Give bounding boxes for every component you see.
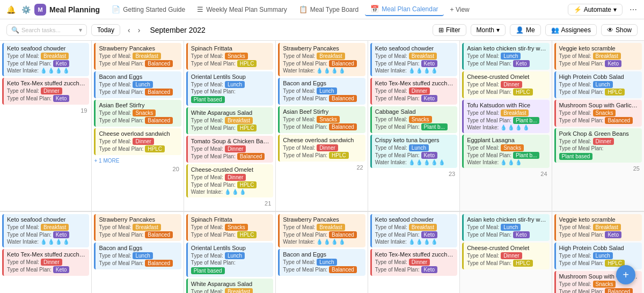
- type-label: Type of Meal:: [467, 110, 499, 116]
- meal-card[interactable]: Oriental Lentils Soup Type of Meal: Lunc…: [186, 243, 273, 277]
- next-arrow-button[interactable]: ›: [135, 25, 144, 35]
- meal-card[interactable]: Keto Tex-Mex stuffed zucchini boat Type …: [2, 78, 89, 105]
- settings-icon[interactable]: ⚙️: [19, 3, 32, 16]
- calendar-day-cell[interactable]: Veggie keto scramble Type of Meal: Break…: [552, 41, 644, 211]
- water-intake: 💧💧💧💧: [40, 68, 69, 74]
- tab-getting-started[interactable]: 📄 Getting Started Guide: [106, 3, 191, 16]
- meal-plan-badge: Keto: [53, 266, 70, 273]
- water-drop-icon: 💧: [423, 159, 430, 165]
- automate-button[interactable]: ⚡ Automate ▾: [568, 4, 623, 16]
- meal-plan-badge: Plant based: [559, 153, 593, 160]
- calendar-day-cell[interactable]: Keto seafood chowder Type of Meal: Break…: [368, 41, 460, 211]
- calendar-day-cell[interactable]: Spinach Frittata Type of Meal: Snacks Ty…: [184, 212, 276, 293]
- meal-card[interactable]: Keto seafood chowder Type of Meal: Break…: [370, 214, 457, 247]
- filter-button[interactable]: ⊞ Filter: [433, 24, 466, 36]
- meal-card[interactable]: Pork Chop & Green Beans Type of Meal: Di…: [554, 128, 642, 163]
- prev-arrow-button[interactable]: ‹: [125, 25, 134, 35]
- meal-card[interactable]: Tofu Katsudon with Rice Type of Meal: Br…: [462, 100, 549, 133]
- month-button[interactable]: Month ▾: [471, 24, 506, 36]
- meal-card[interactable]: White Asparagus Salad Type of Meal: Brea…: [186, 107, 273, 134]
- meal-type-badge: Breakfast: [41, 224, 69, 231]
- nav-arrows: ‹ ›: [125, 25, 143, 35]
- meal-card[interactable]: Keto Tex-Mex stuffed zucchini b. Type of…: [370, 249, 457, 276]
- search-box[interactable]: 🔍 Search tasks... ▾: [6, 24, 87, 36]
- meal-card[interactable]: Keto seafood chowder Type of Meal: Break…: [2, 214, 89, 247]
- notification-icon[interactable]: 🔔: [4, 3, 17, 16]
- tab-meal-type-board[interactable]: 📋 Meal Type Board: [294, 3, 364, 16]
- meal-card[interactable]: Keto seafood chowder Type of Meal: Break…: [2, 43, 89, 76]
- meal-card[interactable]: Asian Beef Stirfry Type of Meal: Snacks …: [94, 100, 181, 127]
- meal-card[interactable]: Oriental Lentils Soup Type of Meal: Lunc…: [186, 71, 273, 106]
- meal-card[interactable]: Bacon and Eggs Type of Meal: Lunch Type …: [94, 243, 181, 269]
- me-button[interactable]: 👤 Me: [510, 24, 541, 36]
- assignees-button[interactable]: 👥 Assignees: [545, 24, 597, 36]
- meal-card[interactable]: Veggie keto scramble Type of Meal: Break…: [554, 43, 642, 70]
- meal-card[interactable]: Cheese overload sandwich Type of Meal: D…: [94, 128, 181, 155]
- today-button[interactable]: Today: [91, 24, 120, 36]
- meal-plan-row: Type of Meal Plan: Keto: [7, 266, 86, 273]
- plan-label: Type of Meal Plan:: [467, 232, 511, 238]
- meal-card[interactable]: Veggie keto scramble Type of Meal: Break…: [554, 214, 642, 241]
- meal-card[interactable]: White Asparagus Salad Type of Meal: Brea…: [186, 279, 273, 293]
- calendar-day-cell[interactable]: Asian keto chicken stir-fry with bro. Ty…: [460, 41, 552, 211]
- search-icon: 🔍: [11, 26, 19, 34]
- plan-label: Type of Meal Plan:: [467, 89, 511, 95]
- meal-card[interactable]: Strawberry Pancakes Type of Meal: Breakf…: [278, 214, 365, 247]
- meal-card[interactable]: Keto seafood chowder Type of Meal: Break…: [370, 43, 457, 76]
- meal-card[interactable]: Asian keto chicken stir-fry with bro. Ty…: [462, 43, 549, 70]
- calendar-day-cell[interactable]: Keto seafood chowder Type of Meal: Break…: [0, 41, 92, 211]
- calendar-day-cell[interactable]: Strawberry Pancakes Type of Meal: Breakf…: [276, 212, 368, 293]
- meal-card[interactable]: Cheese-crusted Omelet Type of Meal: Dinn…: [462, 71, 549, 98]
- meal-card[interactable]: Strawberry Pancakes Type of Meal: Breakf…: [278, 43, 365, 76]
- meal-card[interactable]: Cheese-crusted Omelet Type of Meal: Dinn…: [186, 164, 273, 197]
- calendar-day-cell[interactable]: Keto seafood chowder Type of Meal: Break…: [368, 212, 460, 293]
- calendar-day-cell[interactable]: Asian keto chicken stir-fry with t. Type…: [460, 212, 552, 293]
- meal-card[interactable]: High Protein Cobb Salad Type of Meal: Lu…: [554, 71, 642, 98]
- meal-type-badge: Dinner: [409, 87, 430, 94]
- calendar-day-cell[interactable]: Spinach Frittata Type of Meal: Snacks Ty…: [184, 41, 276, 211]
- tab-weekly-summary[interactable]: ☰ Weekly Meal Plan Summary: [192, 3, 292, 16]
- meal-card[interactable]: Strawberry Pancakes Type of Meal: Breakf…: [94, 214, 181, 241]
- type-label: Type of Meal:: [191, 174, 223, 180]
- meal-card[interactable]: Spinach Frittata Type of Meal: Snacks Ty…: [186, 214, 273, 241]
- add-task-button[interactable]: +: [616, 265, 635, 284]
- meal-type-badge: Snacks: [225, 224, 248, 231]
- meal-card[interactable]: Keto Tex-Mex stuffed zucchini b. Type of…: [2, 249, 89, 276]
- meal-card[interactable]: Cabbage Salad Type of Meal: Snacks Type …: [370, 106, 457, 133]
- meal-type-row: Type of Meal: Dinner: [191, 174, 270, 181]
- show-more-button[interactable]: + 1 MORE: [94, 157, 181, 165]
- meal-card[interactable]: Mushroom Soup with Garlic Bre. Type of M…: [554, 100, 642, 127]
- meal-plan-badge: Keto: [53, 60, 70, 67]
- type-label: Type of Meal:: [191, 224, 223, 230]
- meal-card[interactable]: Cheese-crusted Omelet Type of Meal: Dinn…: [462, 243, 549, 269]
- meal-title: Veggie keto scramble: [559, 216, 639, 223]
- tab-meal-plan-calendar[interactable]: 📅 Meal Plan Calendar: [365, 3, 443, 16]
- meal-card[interactable]: Tomato Soup & Chicken Barbecue Type of M…: [186, 136, 273, 163]
- meal-card[interactable]: Strawberry Pancakes Type of Meal: Breakf…: [94, 43, 181, 70]
- meal-card[interactable]: Asian Beef Stirfry Type of Meal: Snacks …: [278, 106, 365, 133]
- meal-card[interactable]: Bacon and Eggs Type of Meal: Lunch Type …: [278, 249, 365, 276]
- meal-card[interactable]: Crispy keto tuna burgers Type of Meal: L…: [370, 135, 457, 168]
- calendar-day-cell[interactable]: Strawberry Pancakes Type of Meal: Breakf…: [276, 41, 368, 211]
- plan-label: Type of Meal Plan:: [283, 232, 327, 238]
- meal-card[interactable]: Eggplant Lasagna Type of Meal: Snacks Ty…: [462, 135, 549, 168]
- meal-card[interactable]: Cheese overload sandwich Type of Meal: D…: [278, 135, 365, 162]
- show-button[interactable]: 👁 Show: [601, 24, 638, 36]
- meal-card[interactable]: Bacon and Eggs Type of Meal: Lunch Type …: [94, 71, 181, 98]
- plan-label: Type of Meal Plan:: [7, 61, 52, 67]
- more-options-icon[interactable]: ⋯: [627, 3, 640, 16]
- meal-type-row: Type of Meal: Breakfast: [467, 109, 546, 116]
- meal-card[interactable]: Spinach Frittata Type of Meal: Snacks Ty…: [186, 43, 273, 70]
- meal-card[interactable]: Bacon and Eggs Type of Meal: Lunch Type …: [278, 78, 365, 105]
- calendar-day-cell[interactable]: Strawberry Pancakes Type of Meal: Breakf…: [92, 212, 184, 293]
- meal-title: Keto seafood chowder: [7, 45, 86, 52]
- type-label: Type of Meal:: [283, 116, 315, 122]
- calendar-day-cell[interactable]: Keto seafood chowder Type of Meal: Break…: [0, 212, 92, 293]
- meal-card[interactable]: Asian keto chicken stir-fry with t. Type…: [462, 214, 549, 241]
- meal-plan-badge: Keto: [421, 266, 438, 273]
- meal-card[interactable]: Keto Tex-Mex stuffed zucchini b. Type of…: [370, 78, 457, 105]
- calendar-day-cell[interactable]: Strawberry Pancakes Type of Meal: Breakf…: [92, 41, 184, 211]
- meal-plan-badge: Balanced: [329, 95, 357, 102]
- meal-title: Cheese-crusted Omelet: [467, 74, 546, 80]
- tab-add-view[interactable]: + View: [445, 4, 475, 16]
